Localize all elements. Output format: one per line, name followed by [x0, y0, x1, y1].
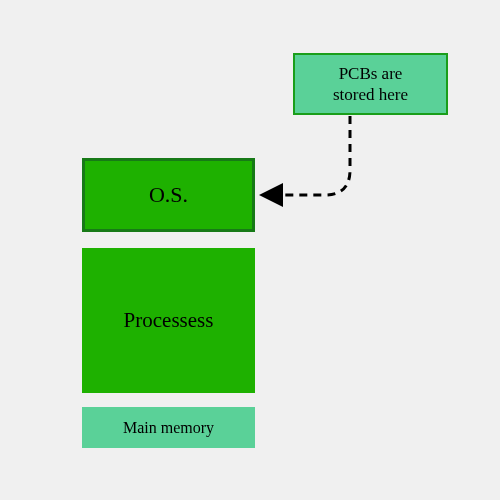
- pcb-callout-text: PCBs arestored here: [333, 63, 408, 106]
- main-memory-box: Main memory: [82, 407, 255, 448]
- os-label: O.S.: [149, 182, 188, 208]
- os-box: O.S.: [82, 158, 255, 232]
- main-memory-label: Main memory: [123, 419, 214, 437]
- pcb-callout-box: PCBs arestored here: [293, 53, 448, 115]
- processes-label: Processess: [124, 308, 214, 333]
- processes-box: Processess: [82, 248, 255, 393]
